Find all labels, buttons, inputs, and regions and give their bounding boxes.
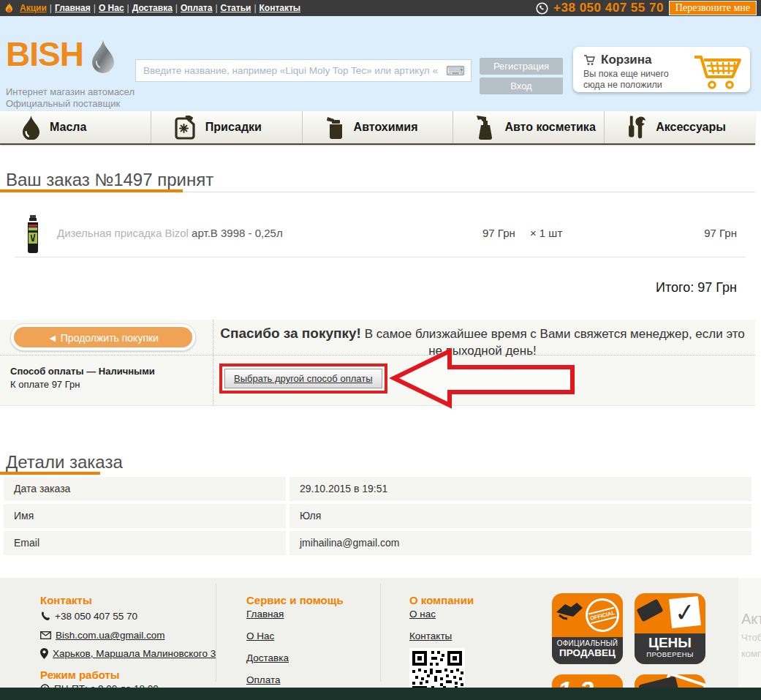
- footer-link-o-nas[interactable]: О Нас: [246, 631, 274, 641]
- register-button[interactable]: Регистрация: [480, 58, 563, 75]
- footer-email-link[interactable]: Bish.com.ua@gmail.com: [56, 630, 165, 641]
- price-tag-icon: [636, 599, 663, 622]
- oil-drop-logo-icon: [91, 39, 116, 76]
- search-input[interactable]: [136, 65, 446, 76]
- thank-you-title: Спасибо за покупку!: [220, 325, 361, 341]
- cart-widget[interactable]: Корзина Вы пока еще ничего сюда не полож…: [573, 47, 750, 92]
- bottom-bar: [0, 688, 761, 700]
- product-subtotal: 97 Грн: [704, 227, 737, 239]
- footer-link-company-kontakty[interactable]: Контакты: [409, 631, 452, 641]
- badge-text: ОФИЦИАЛЬНЫЙ: [552, 639, 623, 647]
- continue-shopping-label: ◄ Продолжить покупки: [14, 327, 192, 347]
- nav-item-aksessuary[interactable]: Аксессуары: [605, 111, 755, 143]
- footer-address-link[interactable]: Харьков, Маршала Малиновского 3: [53, 648, 216, 659]
- footer-link-glavnaya[interactable]: Главная: [246, 609, 284, 620]
- annotation-red-rectangle: Выбрать другой способ оплаты: [219, 364, 387, 394]
- detail-label-date: Дата заказа: [4, 477, 286, 501]
- badge-official-seller: OFFICIAL ОФИЦИАЛЬНЫЙ ПРОДАВЕЦ: [552, 593, 623, 664]
- order-details-title: Детали заказа: [6, 452, 123, 473]
- topbar-link-glavnaya[interactable]: Главная: [55, 3, 91, 13]
- product-quantity: × 1 шт: [530, 227, 562, 239]
- footer-address: Харьков, Маршала Малиновского 3: [40, 648, 216, 659]
- spray-can-icon: [325, 115, 344, 140]
- continue-shopping-button[interactable]: ◄ Продолжить покупки: [10, 323, 196, 351]
- badge-text: ЦЕНЫ: [635, 635, 705, 650]
- cutoff-text: комп: [741, 648, 761, 659]
- phone-icon: [536, 2, 548, 15]
- footer-phone: +38 050 407 55 70: [40, 611, 137, 622]
- title-accent-bar: [0, 472, 100, 475]
- cart-big-icon: [692, 52, 744, 93]
- product-details: арт.B 3998 - 0,25л: [192, 227, 283, 239]
- official-stamp: OFFICIAL: [582, 595, 623, 636]
- cutoff-text: Чтоб: [741, 632, 761, 643]
- footer-link-company-o-nas[interactable]: О нас: [409, 609, 436, 620]
- separator: |: [215, 3, 217, 13]
- separator: |: [94, 3, 96, 13]
- nav-label: Авто косметика: [504, 121, 595, 134]
- handshake-icon: [555, 601, 584, 625]
- header: BISH Интернет магазин автомасел Официаль…: [0, 16, 761, 111]
- topbar-link-kontakty[interactable]: Контакты: [260, 3, 301, 13]
- change-payment-button[interactable]: Выбрать другой способ оплаты: [224, 369, 382, 388]
- annotation-red-arrow: [390, 347, 577, 424]
- checkmark-icon: ✓: [669, 596, 701, 628]
- cart-empty-text: Вы пока еще ничего: [583, 69, 669, 79]
- separator: |: [254, 3, 256, 13]
- topbar-link-dostavka[interactable]: Доставка: [132, 3, 173, 13]
- page: Акции| Главная| О Нас| Доставка| Оплата|…: [0, 0, 761, 700]
- detail-label-name: Имя: [4, 504, 286, 528]
- topbar-phone-number: +38 050 407 55 70: [553, 1, 664, 15]
- detail-value-email: jmihailina@gmail.com: [289, 531, 751, 555]
- product-thumbnail[interactable]: [26, 215, 40, 257]
- separator: |: [175, 3, 178, 13]
- product-name-link[interactable]: Дизельная присадка Bizol: [57, 227, 189, 239]
- envelope-icon: [40, 631, 51, 639]
- virtual-keyboard-icon[interactable]: ⌨: [446, 63, 471, 79]
- order-accepted-title: Ваш заказ №1497 принят: [6, 170, 213, 190]
- tagline-1: Интернет магазин автомасел: [6, 86, 135, 97]
- footer-company-title: О компании: [409, 594, 474, 606]
- canister-icon: [173, 116, 196, 140]
- order-item-row: Дизельная присадка Bizol арт.B 3998 - 0,…: [15, 212, 746, 257]
- logo[interactable]: BISH: [6, 38, 83, 70]
- oil-drop-icon: [22, 116, 40, 140]
- nav-item-masla[interactable]: Масла: [0, 111, 151, 143]
- cart-small-icon: [583, 55, 596, 66]
- divider: [216, 584, 216, 682]
- login-button[interactable]: Вход: [480, 78, 563, 94]
- divider: [380, 584, 381, 682]
- nav-item-avto-kosmetika[interactable]: Авто косметика: [453, 111, 605, 143]
- separator: |: [50, 3, 52, 13]
- map-pin-icon: [40, 648, 48, 659]
- nav-item-avtohimiya[interactable]: Автохимия: [303, 111, 454, 143]
- flame-icon: [4, 3, 14, 14]
- nav-label: Аксессуары: [656, 121, 726, 134]
- detail-label-email: Email: [4, 531, 286, 555]
- cart-title: Корзина: [601, 53, 652, 67]
- topbar-link-akcii[interactable]: Акции: [20, 3, 47, 13]
- footer: Контакты +38 050 407 55 70 Bish.com.ua@g…: [0, 578, 761, 688]
- footer-link-dostavka[interactable]: Доставка: [246, 652, 289, 663]
- callback-button[interactable]: Перезвоните мне: [669, 1, 757, 15]
- cutoff-text: Акт: [741, 611, 761, 628]
- order-confirmation-panel: ◄ Продолжить покупки Спасибо за покупку!…: [0, 320, 755, 406]
- nav-label: Присадки: [205, 121, 262, 134]
- topbar-link-oplata[interactable]: Оплата: [181, 3, 212, 13]
- topbar-link-stati[interactable]: Статьи: [221, 3, 251, 13]
- separator: |: [127, 3, 129, 13]
- payment-method-info: Способ оплаты — Наличными К оплате 97 Гр…: [10, 365, 155, 391]
- payment-method: Способ оплаты — Наличными: [10, 365, 155, 378]
- topbar-link-o-nas[interactable]: О Нас: [99, 3, 124, 13]
- badge-text: ПРОДАВЕЦ: [552, 647, 623, 658]
- footer-link-oplata[interactable]: Оплата: [246, 674, 280, 685]
- badge-text: ПРОВЕРЕНЫ: [635, 650, 705, 658]
- spray-bottle-icon: [475, 114, 495, 140]
- phone-handset-icon: [40, 611, 50, 622]
- cart-empty-text: сюда не положили: [583, 80, 662, 90]
- nav-item-prisadki[interactable]: Присадки: [151, 111, 303, 143]
- detail-value-name: Юля: [289, 504, 751, 528]
- divider: [213, 320, 213, 405]
- logo-text: BISH: [6, 35, 83, 73]
- nav-label: Масла: [50, 121, 86, 134]
